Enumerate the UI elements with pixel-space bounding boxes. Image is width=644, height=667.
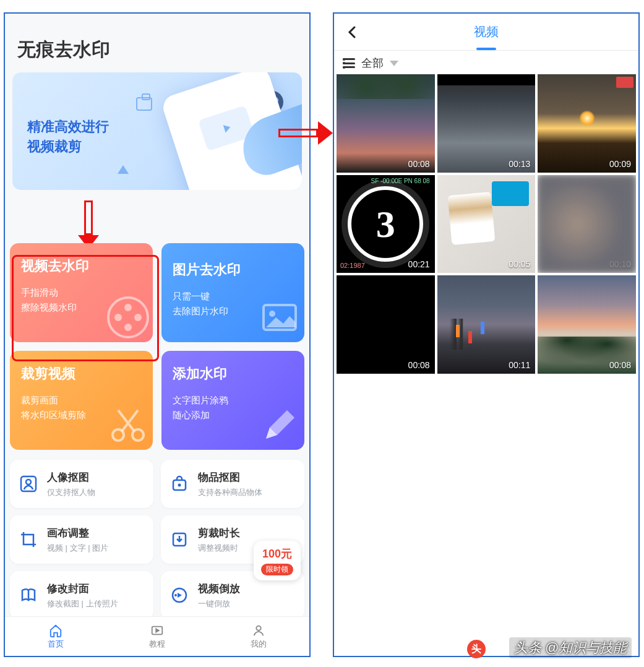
picker-title[interactable]: 视频 [474, 24, 499, 40]
promo-badge[interactable]: 100元 限时领 [254, 541, 301, 580]
image-watermark-card[interactable]: 图片去水印 只需一键 去除图片水印 [161, 243, 304, 342]
picture-icon [257, 295, 302, 340]
feature-title: 剪裁时长 [198, 526, 240, 540]
tab-label: 教程 [149, 639, 165, 650]
bottom-tabbar: 首页 教程 我的 [5, 616, 309, 656]
filter-row[interactable]: 全部 [334, 51, 638, 74]
tab-tutorial[interactable]: 教程 [106, 617, 208, 656]
back-button[interactable] [344, 24, 361, 41]
card-title: 图片去水印 [173, 260, 293, 279]
feature-sub: 仅支持抠人物 [47, 487, 95, 498]
picker-header: 视频 [334, 14, 638, 51]
video-thumb[interactable]: 00:08 [337, 275, 435, 374]
duration: 00:13 [509, 159, 530, 169]
banner-line1: 精准高效进行 [27, 117, 109, 137]
svg-point-0 [108, 298, 148, 337]
feature-sub: 视频 | 文字 | 图片 [47, 543, 108, 554]
duration: 00:21 [408, 259, 430, 269]
svg-point-15 [174, 594, 177, 596]
svg-point-4 [114, 314, 122, 321]
feature-title: 物品抠图 [198, 470, 262, 484]
tab-label: 首页 [48, 639, 64, 650]
video-thumb[interactable]: 00:08 [337, 74, 435, 173]
promo-pill: 限时领 [261, 564, 293, 575]
video-thumb[interactable]: 00:05 [437, 175, 536, 273]
banner[interactable]: 精准高效进行 视频裁剪 [12, 72, 302, 190]
chevron-down-icon [390, 61, 398, 66]
duration: 00:08 [408, 159, 430, 169]
tv-icon [136, 97, 152, 111]
svg-point-6 [269, 311, 275, 317]
pencil-icon [257, 403, 302, 447]
duration: 00:08 [408, 360, 430, 370]
mountain-icon [118, 165, 129, 174]
duration: 00:11 [509, 360, 530, 370]
video-grid: 00:08 00:13 00:09 SF -00:00E PN 68 0802:… [334, 74, 638, 374]
duration: 00:08 [609, 360, 631, 370]
card-title: 添加水印 [173, 364, 293, 383]
feature-canvas-adjust[interactable]: 画布调整视频 | 文字 | 图片 [10, 515, 153, 564]
svg-point-12 [178, 484, 181, 487]
duration: 00:09 [609, 159, 631, 169]
tab-mine[interactable]: 我的 [208, 617, 309, 656]
svg-point-10 [26, 480, 31, 484]
video-thumb[interactable]: SF -00:00E PN 68 0802:198700:21 [337, 175, 435, 273]
video-thumb[interactable]: 00:08 [538, 275, 636, 374]
svg-point-3 [124, 324, 132, 331]
feature-sub: 修改截图 | 上传照片 [47, 598, 118, 609]
card-title: 视频去水印 [21, 257, 142, 275]
person-icon [19, 474, 38, 494]
video-thumb[interactable]: 00:10 [538, 175, 636, 273]
app-home-panel: 无痕去水印 精准高效进行 视频裁剪 视频去水印 手指滑动 擦除视频水印 图片去水 [4, 12, 311, 657]
feature-title: 人像抠图 [47, 470, 95, 484]
annotation-arrow-right [278, 121, 333, 145]
feature-sub: 支持各种商品物体 [198, 487, 262, 498]
feature-portrait-cutout[interactable]: 人像抠图仅支持抠人物 [10, 460, 153, 508]
add-watermark-card[interactable]: 添加水印 文字图片涂鸦 随心添加 [161, 351, 304, 450]
book-icon [19, 585, 38, 605]
film-reel-icon [106, 295, 150, 340]
crop-video-card[interactable]: 裁剪视频 裁剪画面 将水印区域剪除 [10, 351, 153, 450]
card-title: 裁剪视频 [21, 364, 142, 383]
feature-list: 人像抠图仅支持抠人物 物品抠图支持各种商品物体 画布调整视频 | 文字 | 图片… [10, 460, 304, 619]
svg-point-17 [256, 626, 260, 630]
promo-amount: 100元 [262, 546, 292, 561]
page-title: 无痕去水印 [5, 14, 309, 72]
list-icon [343, 58, 355, 68]
feature-change-cover[interactable]: 修改封面修改截图 | 上传照片 [10, 571, 153, 619]
feature-object-cutout[interactable]: 物品抠图支持各种商品物体 [161, 460, 304, 508]
user-icon [252, 624, 265, 637]
banner-line2: 视频裁剪 [27, 137, 109, 157]
bag-icon [170, 474, 189, 494]
reverse-icon [170, 585, 189, 605]
feature-title: 画布调整 [47, 526, 108, 540]
home-icon [49, 624, 62, 637]
video-thumb[interactable]: 00:11 [437, 275, 536, 374]
feature-title: 修改封面 [47, 582, 118, 596]
download-icon [170, 530, 189, 549]
video-picker-panel: 视频 全部 00:08 00:13 00:09 SF -00:00E PN 68… [333, 12, 640, 657]
duration: 00:05 [509, 259, 530, 269]
svg-point-2 [134, 314, 142, 321]
annotation-arrow-down [78, 200, 99, 249]
feature-sub: 一键倒放 [198, 598, 240, 609]
banner-title: 精准高效进行 视频裁剪 [27, 117, 109, 157]
duration: 00:10 [609, 259, 631, 269]
filter-label: 全部 [361, 56, 384, 71]
video-thumb[interactable]: 00:09 [538, 74, 636, 173]
video-thumb[interactable]: 00:13 [437, 74, 536, 173]
overlay-timecode: 02:1987 [340, 262, 365, 269]
feature-cards: 视频去水印 手指滑动 擦除视频水印 图片去水印 只需一键 去除图片水印 裁剪视频… [10, 243, 304, 450]
tab-label: 我的 [251, 639, 267, 650]
video-watermark-card[interactable]: 视频去水印 手指滑动 擦除视频水印 [10, 243, 153, 342]
scissors-icon [106, 403, 150, 447]
svg-point-1 [124, 304, 132, 311]
feature-sub: 调整视频时 [198, 543, 240, 554]
feature-title: 视频倒放 [198, 582, 240, 596]
source-logo-icon: 头 [467, 640, 486, 658]
play-square-icon [150, 624, 164, 637]
tab-home[interactable]: 首页 [5, 617, 106, 656]
overlay-readout: SF -00:00E PN 68 08 [371, 178, 430, 185]
crop-icon [19, 530, 38, 549]
source-watermark: 头条 @知识与技能 [509, 637, 632, 658]
